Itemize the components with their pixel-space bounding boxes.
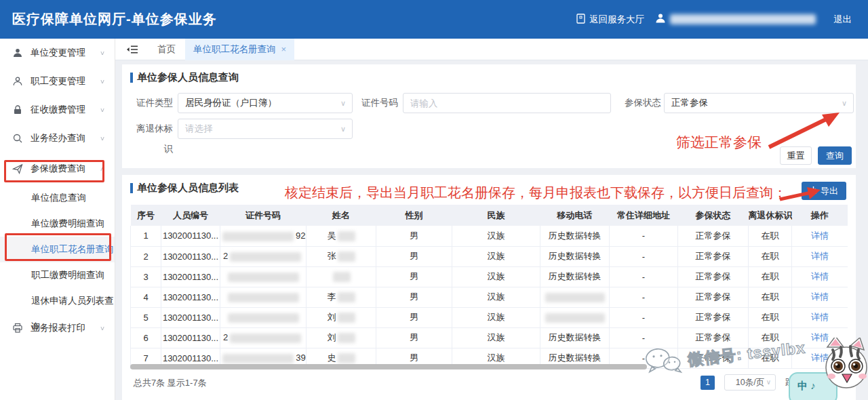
cert-no-input[interactable] <box>403 93 611 113</box>
sidebar-item-unit-change[interactable]: 单位变更管理∨ <box>0 39 115 67</box>
document-icon <box>576 14 585 26</box>
chevron-down-icon: ∨ <box>100 106 105 113</box>
blurred-name <box>338 292 355 302</box>
user-name-blurred <box>670 14 816 24</box>
top-header: 医疗保障单位网厅-单位参保业务 返回服务大厅 退出 <box>0 0 868 39</box>
page-size-select[interactable]: 10条/页 ∨ <box>724 374 776 391</box>
blurred-phone <box>545 293 605 302</box>
chevron-up-icon: ∧ <box>100 165 105 172</box>
chevron-down-icon: ∨ <box>340 94 346 113</box>
chevron-down-icon: ∨ <box>100 49 105 56</box>
tab-home[interactable]: 首页 <box>148 43 185 56</box>
col-action: 操作 <box>792 205 848 226</box>
reset-button[interactable]: 重置 <box>780 146 812 165</box>
sidebar-submenu: 单位信息查询 单位缴费明细查询 单位职工花名册查询 职工缴费明细查询 退休申请人… <box>0 185 115 314</box>
col-phone: 移动电话 <box>540 205 610 226</box>
col-status: 参保状态 <box>678 205 749 226</box>
sidebar-subitem-roster-query[interactable]: 单位职工花名册查询 <box>0 237 115 262</box>
chevron-down-icon: ∨ <box>100 325 105 332</box>
retire-flag-select[interactable]: 请选择 ∨ <box>178 119 353 139</box>
send-icon <box>12 163 23 174</box>
pagination: 1 10条/页 ∨ 跳转 <box>701 374 803 391</box>
printer-icon <box>12 323 23 334</box>
table-row: 21302001130... 2 张 男汉族 历史数据转换- 正常参保在职 详情 <box>131 246 848 266</box>
chevron-down-icon: ∨ <box>842 94 847 113</box>
col-name: 姓名 <box>307 205 376 226</box>
section-bar-icon <box>130 73 133 83</box>
collapse-menu-icon[interactable] <box>126 45 138 54</box>
detail-link[interactable]: 详情 <box>811 353 829 363</box>
chevron-down-icon: ∨ <box>340 119 346 138</box>
search-button[interactable]: 查询 <box>818 146 852 165</box>
blurred-id <box>222 232 294 241</box>
user-filled-icon <box>12 47 23 58</box>
blurred-name <box>338 353 355 363</box>
user-outline-icon <box>12 76 23 87</box>
app-title: 医疗保障单位网厅-单位参保业务 <box>12 10 217 28</box>
annotation-filter-note: 筛选正常参保 <box>676 133 762 152</box>
chevron-down-icon: ∨ <box>766 375 771 390</box>
blurred-phone <box>545 313 605 323</box>
query-panel: 单位参保人员信息查询 证件类型 居民身份证（户口簿） ∨ 证件号码 参保状态 正… <box>122 64 856 168</box>
detail-link[interactable]: 详情 <box>811 332 829 342</box>
lock-icon <box>12 104 23 115</box>
header-right: 返回服务大厅 退出 <box>576 13 852 26</box>
user-info[interactable] <box>655 13 816 26</box>
blurred-id <box>230 252 301 262</box>
close-icon[interactable]: × <box>281 44 287 54</box>
sidebar: 单位变更管理∨ 职工变更管理∨ 征收缴费管理∨ 业务经办查询∨ 参保缴费查询∧ … <box>0 39 115 400</box>
export-button[interactable]: 导出 <box>802 182 846 200</box>
blurred-id <box>228 293 299 302</box>
blurred-id <box>228 273 299 282</box>
download-icon <box>810 186 817 196</box>
col-nation: 民族 <box>452 205 540 226</box>
table-row: 41302001130... 李 男汉族 - 正常参保在职 详情 <box>131 287 848 307</box>
detail-link[interactable]: 详情 <box>811 271 829 281</box>
page-1-button[interactable]: 1 <box>701 376 715 390</box>
sidebar-item-business-query[interactable]: 业务经办查询∨ <box>0 124 115 153</box>
search-icon <box>12 133 23 144</box>
sidebar-subitem-unit-info[interactable]: 单位信息查询 <box>0 185 115 211</box>
blurred-name <box>338 313 355 323</box>
blurred-name <box>338 333 355 343</box>
app-root: 医疗保障单位网厅-单位参保业务 返回服务大厅 退出 单位变更管理∨ <box>0 0 868 400</box>
blurred-name <box>338 231 355 241</box>
table-header-row: 序号 人员编号 证件号码 姓名 性别 民族 移动电话 常住详细地址 参保状态 离… <box>131 205 848 226</box>
sidebar-item-report-print[interactable]: 业务报表打印∨ <box>0 314 115 342</box>
cert-type-select[interactable]: 居民身份证（户口簿） ∨ <box>178 93 353 113</box>
list-panel: 单位参保人员信息列表 导出 序号 人员编号 证件号码 姓名 性别 民族 移动电话 <box>122 175 856 400</box>
sidebar-subitem-employee-payment-detail[interactable]: 职工缴费明细查询 <box>0 262 115 288</box>
roster-table: 序号 人员编号 证件号码 姓名 性别 民族 移动电话 常住详细地址 参保状态 离… <box>130 205 848 369</box>
blurred-name <box>338 252 355 262</box>
sidebar-item-employee-change[interactable]: 职工变更管理∨ <box>0 67 115 96</box>
table-row: 11302001130... 92937 吴 男汉族 历史数据转换- 正常参保在… <box>131 226 848 246</box>
chevron-down-icon: ∨ <box>100 78 105 85</box>
blurred-id <box>228 313 299 323</box>
detail-link[interactable]: 详情 <box>811 251 829 261</box>
status-select[interactable]: 正常参保 ∨ <box>664 93 854 113</box>
table-row: 51302001130... 刘 男汉族 - 正常参保在职 详情 <box>131 307 848 327</box>
col-emp-no: 人员编号 <box>161 205 220 226</box>
cert-type-label: 证件类型 <box>136 93 173 113</box>
logout-button[interactable]: 退出 <box>833 14 852 26</box>
detail-link[interactable]: 详情 <box>811 292 829 302</box>
blurred-id <box>230 334 301 343</box>
col-gender: 性别 <box>376 205 452 226</box>
detail-link[interactable]: 详情 <box>811 231 829 241</box>
sidebar-item-collection-mgmt[interactable]: 征收缴费管理∨ <box>0 96 115 124</box>
tab-bar: 首页 单位职工花名册查询 × <box>115 39 868 60</box>
blurred-id <box>222 354 294 363</box>
tab-roster-query[interactable]: 单位职工花名册查询 × <box>185 39 294 60</box>
col-cert-no: 证件号码 <box>220 205 307 226</box>
col-index: 序号 <box>131 205 161 226</box>
horizontal-scrollbar[interactable] <box>130 364 647 369</box>
sidebar-subitem-retire-apply-list[interactable]: 退休申请人员列表查询 <box>0 288 115 314</box>
sidebar-item-insurance-payment-query[interactable]: 参保缴费查询∧ <box>0 153 115 185</box>
blurred-name <box>333 272 351 282</box>
col-address: 常住详细地址 <box>610 205 678 226</box>
chevron-down-icon: ∨ <box>100 135 105 142</box>
detail-link[interactable]: 详情 <box>811 312 829 322</box>
return-hall-link[interactable]: 返回服务大厅 <box>576 14 644 26</box>
query-section-title: 单位参保人员信息查询 <box>122 64 856 84</box>
sidebar-subitem-unit-payment-detail[interactable]: 单位缴费明细查询 <box>0 211 115 237</box>
